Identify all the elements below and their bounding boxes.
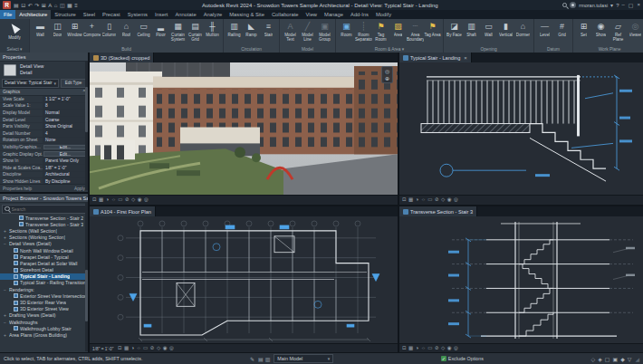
view-control-icon[interactable]: ⊡ [402,197,407,203]
view-control-icon[interactable]: ▦ [124,346,129,351]
view-control-icon[interactable]: ◉ [447,197,452,203]
view-control-icon[interactable]: ▭ [118,197,122,203]
property-row[interactable]: Hide at Scales Coa... 1/8" = 1'-0" [0,165,88,172]
ribbon-button[interactable]: ╱ Model Line [299,20,316,46]
browser-item[interactable]: 3D Exterior Rear View [0,299,88,305]
revit-app-icon[interactable]: R [3,1,11,9]
view-control-icon[interactable]: ⊘ [150,346,155,351]
panel-label-select[interactable]: Select ▾ [0,46,29,53]
qat-icon[interactable]: ⊞ [42,3,46,8]
user-name[interactable]: rmoran.tulasi [579,3,608,8]
ribbon-tab[interactable]: Add-Ins [347,10,372,19]
qat-icon[interactable]: ▤ [14,3,19,8]
ribbon-button[interactable]: ▬ Wall [32,20,49,46]
ribbon-tab[interactable]: Architecture [15,10,51,19]
properties-help-link[interactable]: Properties help [3,187,32,191]
ribbon-button[interactable]: ⚑ Tag Area [424,20,441,46]
type-selector[interactable]: Detail View: Typical Stair - Landing ▾ [2,79,59,88]
property-row[interactable]: Detail Number 4 [0,130,88,138]
active-workset-selector[interactable]: Main Model ▾ [274,354,333,363]
ribbon-button[interactable]: ┄ Area Boundary [407,20,424,46]
property-row[interactable]: Rotation on Sheet None [0,138,88,145]
ribbon-button[interactable]: + Component [83,20,101,46]
browser-item[interactable]: Typical Stair - Landing [0,273,88,280]
view-control-icon[interactable]: ◑ [416,197,418,203]
selection-toggle-icon[interactable]: ◈ [598,356,602,362]
ribbon-button[interactable]: ▥ Railing [226,20,243,46]
browser-search-box[interactable] [2,205,86,214]
expand-icon[interactable]: − [3,287,7,292]
ribbon-button[interactable]: ⌂ Roof [118,20,135,46]
project-browser-header[interactable]: Project Browser - Snowdon Towers Sample … [0,194,88,203]
view-control-icon[interactable]: ◉ [138,197,142,203]
ribbon-button[interactable]: ◪ By Face [446,20,463,46]
browser-item[interactable]: + Drafting Views (Detail) [0,312,88,319]
qat-icon[interactable]: ◫ [60,3,65,8]
view-tab-3d[interactable]: 3D (Stacked) cropped [90,53,154,62]
property-row[interactable]: Discipline Architectural [0,172,88,179]
view-control-icon[interactable]: ◇ [441,346,445,351]
browser-item[interactable]: Walkthrough Lobby Stair [0,325,88,331]
view-scale-button[interactable]: 1/8" = 1'-0" [92,347,113,351]
view-control-icon[interactable]: ◉ [163,346,168,351]
ribbon-button[interactable]: # Grid [553,20,571,46]
browser-item[interactable]: − Detail Views (Detail) [0,241,88,247]
search-icon[interactable] [562,3,568,8]
ribbon-tab[interactable]: Annotate [171,10,199,19]
view-control-icon[interactable]: ☼ [111,197,116,203]
ribbon-button[interactable]: ▤ Curtain Grid [187,20,204,46]
expand-icon[interactable]: − [3,320,7,325]
property-row[interactable]: Show In Parent View Only [0,158,88,165]
edit-icon[interactable]: ✎ [250,356,254,362]
selection-toggle-icon[interactable]: ▽ [628,356,632,362]
view-control-icon[interactable]: ▦ [99,197,103,203]
view-control-icon[interactable]: ◇ [131,197,135,203]
ribbon-button[interactable]: ⚑ Tag Room [372,20,389,46]
workset-icon[interactable]: ▤ [258,356,264,362]
panel-label-room-area[interactable]: Room & Area ▾ [336,46,443,53]
ribbon-tab[interactable]: Analyze [200,10,226,19]
ribbon-button[interactable]: ▯ Column [101,20,118,46]
minimize-button[interactable]: – [621,2,624,8]
browser-item[interactable]: Parapet Detail - Typical [0,254,88,260]
qat-icon[interactable]: A [48,3,52,8]
view-control-icon[interactable]: ☼ [421,197,426,203]
resize-grip[interactable]: ◢ [635,356,639,362]
ribbon-button[interactable]: ◣ Ramp [243,20,260,46]
view-tab-section[interactable]: Transverse Section - Stair 3 [399,206,477,216]
view-control-icon[interactable]: ▭ [427,346,432,351]
ribbon-tab[interactable]: Precast [99,10,124,19]
expand-icon[interactable]: + [3,228,7,234]
property-row[interactable]: Display Model Normal [0,110,88,117]
ribbon-tab[interactable]: Modify [372,10,395,19]
ribbon-tab[interactable]: Manage [321,10,347,19]
workset-icon[interactable]: ▥ [265,356,271,362]
view-control-icon[interactable]: ☼ [421,346,426,351]
ribbon-button[interactable]: — Level [536,20,553,46]
ribbon-tab[interactable]: View [302,10,321,19]
browser-item[interactable]: + Sections (Working Section) [0,235,88,241]
browser-item[interactable]: − Walkthroughs [0,319,88,325]
help-icon[interactable]: ? [616,3,619,8]
property-row[interactable]: View Scale 1 1/2" = 1'-0" [0,96,88,103]
property-row[interactable]: Detail Level Coarse [0,117,88,124]
browser-item[interactable]: Transverse Section - Stair 3 [0,221,88,227]
view-control-icon[interactable]: ◎ [144,197,149,203]
ribbon-button[interactable]: ▭ Wall [480,20,497,46]
close-tab-icon[interactable]: × [462,55,467,61]
view-control-icon[interactable]: ◇ [157,346,160,351]
browser-item[interactable]: Exterior Street View Intersection [0,292,88,299]
view-control-icon[interactable]: ◇ [441,197,445,203]
ribbon-tab[interactable]: Insert [151,10,172,19]
expand-icon[interactable]: + [3,332,7,338]
qat-icon[interactable]: ⊡ [21,3,25,8]
ribbon-button[interactable]: ≡ Stair [260,20,277,46]
browser-item[interactable]: + Sections (Wall Section) [0,227,88,234]
ribbon-button[interactable]: ▦ Curtain System [169,20,187,46]
qat-icon[interactable]: ▦ [67,3,72,8]
modify-button[interactable]: Modify [2,20,27,46]
view-control-icon[interactable]: ◑ [416,346,418,351]
selection-toggle-icon[interactable]: ◆ [620,356,625,362]
restore-button[interactable]: ▢ [629,2,634,8]
view-control-icon[interactable]: ◑ [131,346,134,351]
